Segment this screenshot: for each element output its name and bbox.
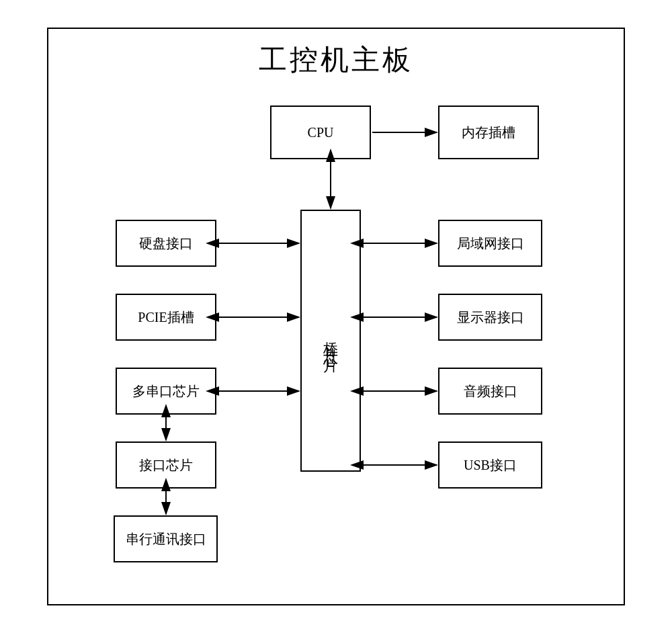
memory-box: 内存插槽 [438, 106, 539, 159]
diagram-container: 工控机主板 CPU 内存插槽 桥片芯片 硬盘接口 PCIE插槽 多串口芯片 接口… [47, 28, 625, 605]
serial-comm-box: 串行通讯接口 [114, 515, 218, 562]
pcie-box: PCIE插槽 [116, 294, 216, 341]
bridge-box: 桥片芯片 [300, 210, 361, 472]
serial-chip-box: 多串口芯片 [116, 368, 216, 415]
display-box: 显示器接口 [438, 294, 542, 341]
diagram-area: CPU 内存插槽 桥片芯片 硬盘接口 PCIE插槽 多串口芯片 接口芯片 串行通… [48, 85, 624, 609]
lan-box: 局域网接口 [438, 220, 542, 267]
interface-chip-box: 接口芯片 [116, 441, 216, 489]
usb-box: USB接口 [438, 441, 542, 489]
page-title: 工控机主板 [48, 29, 624, 85]
audio-box: 音频接口 [438, 368, 542, 415]
cpu-box: CPU [270, 106, 371, 159]
hdd-box: 硬盘接口 [116, 220, 216, 267]
